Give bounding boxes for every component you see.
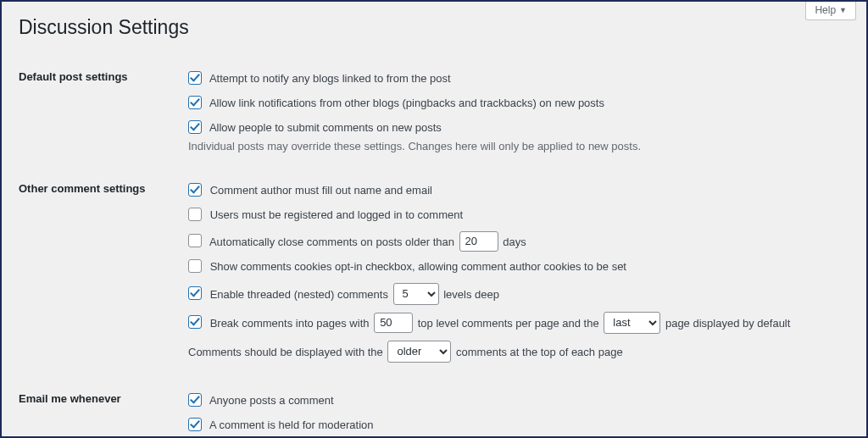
label-paginate-post: page displayed by default [665, 316, 790, 329]
row-paginate[interactable]: Break comments into pages with top level… [188, 312, 841, 334]
page-title: Discussion Settings [19, 8, 849, 42]
label-pingback: Allow link notifications from other blog… [209, 97, 604, 109]
label-order-post: comments at the top of each page [456, 345, 623, 358]
row-email-anyone[interactable]: Anyone posts a comment [188, 392, 841, 410]
checkbox-registered[interactable] [188, 208, 202, 221]
checkbox-notify[interactable] [188, 71, 202, 85]
row-notify[interactable]: Attempt to notify any blogs linked to fr… [188, 70, 841, 88]
checkbox-pingback[interactable] [188, 96, 202, 109]
label-order-pre: Comments should be displayed with the [188, 345, 383, 358]
select-comment-order[interactable]: older [387, 341, 451, 363]
checkbox-email-moderation[interactable] [188, 418, 202, 431]
row-registered[interactable]: Users must be registered and logged in t… [188, 207, 841, 225]
select-paginate-default[interactable]: last [604, 312, 660, 334]
chevron-down-icon: ▼ [839, 6, 847, 14]
row-autoclose[interactable]: Automatically close comments on posts ol… [188, 231, 841, 252]
checkbox-cookies[interactable] [188, 259, 202, 273]
row-cookies[interactable]: Show comments cookies opt-in checkbox, a… [188, 258, 841, 276]
input-paginate-perpage[interactable] [374, 313, 413, 333]
label-name-email: Comment author must fill out name and em… [210, 184, 432, 197]
section-heading-default: Default post settings [19, 58, 188, 169]
section-heading-email: Email me whenever [19, 380, 188, 438]
label-email-anyone: Anyone posts a comment [209, 394, 334, 407]
checkbox-allow-comments[interactable] [188, 120, 202, 134]
row-email-moderation[interactable]: A comment is held for moderation [188, 417, 841, 435]
label-threaded-pre: Enable threaded (nested) comments [210, 287, 388, 300]
section-heading-other: Other comment settings [19, 169, 188, 379]
checkbox-paginate[interactable] [188, 315, 202, 329]
select-threaded-levels[interactable]: 5 [393, 283, 439, 305]
default-post-note: Individual posts may override these sett… [188, 140, 841, 152]
label-allow-comments: Allow people to submit comments on new p… [209, 121, 442, 134]
row-order: Comments should be displayed with the ol… [188, 341, 841, 363]
row-pingback[interactable]: Allow link notifications from other blog… [188, 95, 841, 113]
label-registered: Users must be registered and logged in t… [210, 208, 463, 221]
checkbox-threaded[interactable] [188, 286, 202, 300]
label-notify: Attempt to notify any blogs linked to fr… [209, 72, 451, 85]
label-threaded-post: levels deep [443, 287, 499, 300]
label-email-moderation: A comment is held for moderation [209, 419, 374, 431]
help-tab-label: Help [815, 4, 836, 16]
label-paginate-pre: Break comments into pages with [210, 316, 370, 329]
checkbox-email-anyone[interactable] [188, 393, 202, 407]
label-cookies: Show comments cookies opt-in checkbox, a… [210, 260, 626, 273]
label-autoclose-pre: Automatically close comments on posts ol… [209, 235, 454, 247]
label-paginate-mid: top level comments per page and the [418, 316, 599, 329]
help-tab-button[interactable]: Help ▼ [805, 2, 856, 20]
row-name-email[interactable]: Comment author must fill out name and em… [188, 182, 841, 200]
checkbox-name-email[interactable] [188, 183, 202, 197]
row-threaded[interactable]: Enable threaded (nested) comments 5 leve… [188, 283, 841, 305]
checkbox-autoclose[interactable] [188, 234, 202, 247]
input-autoclose-days[interactable] [459, 231, 498, 252]
row-allow-comments[interactable]: Allow people to submit comments on new p… [188, 119, 841, 137]
label-autoclose-post: days [503, 235, 526, 247]
